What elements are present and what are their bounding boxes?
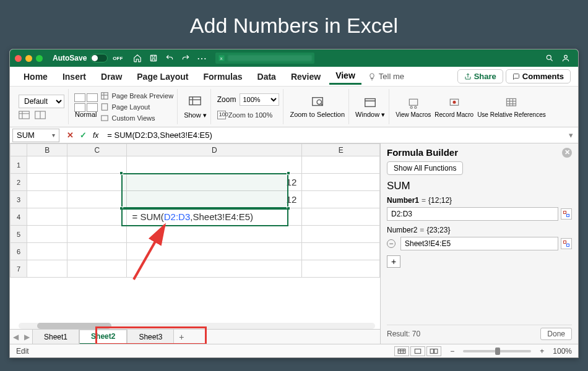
col-header-c[interactable]: C [67,144,127,156]
cell[interactable] [27,208,67,226]
cell[interactable] [67,156,127,174]
undo-icon[interactable] [165,53,175,63]
row-header[interactable]: 6 [11,243,27,260]
record-macro-button[interactable]: Record Macro [435,96,473,118]
save-icon[interactable] [149,53,158,63]
page-break-preview-button[interactable]: Page Break Preview [100,90,173,101]
zoom-percent[interactable]: 100% [553,347,572,356]
range-picker-button[interactable] [561,238,572,249]
tab-home[interactable]: Home [17,69,54,84]
selection-handle-icon[interactable] [119,207,123,210]
zoom-in-button[interactable]: + [540,347,544,356]
close-window-icon[interactable] [15,55,22,62]
cell[interactable] [127,226,302,243]
col-header-d[interactable]: D [127,144,302,156]
minimize-window-icon[interactable] [25,55,32,62]
cell[interactable] [27,156,67,174]
cell[interactable] [127,260,302,278]
redo-icon[interactable] [181,53,191,63]
account-icon[interactable] [561,53,571,63]
selection-handle-icon[interactable] [119,171,123,175]
zoom-select[interactable]: 100% [240,93,279,106]
cell[interactable] [67,174,127,191]
cell[interactable] [302,191,380,208]
split-icon[interactable] [35,111,46,119]
toggle-switch-icon[interactable] [90,54,108,62]
tab-insert[interactable]: Insert [56,69,92,84]
tab-draw[interactable]: Draw [95,69,128,84]
page-layout-view-icon[interactable] [410,346,425,356]
cell-d2[interactable]: 12 [127,174,302,191]
add-sheet-button[interactable]: + [174,332,189,342]
cell[interactable] [27,174,67,191]
tab-view[interactable]: View [329,68,361,85]
cell[interactable] [27,260,67,278]
tab-data[interactable]: Data [251,69,282,84]
expand-formula-bar-icon[interactable]: ▾ [564,130,578,140]
home-icon[interactable] [132,53,142,63]
row-header[interactable]: 5 [11,226,27,243]
arg2-input[interactable] [400,237,558,250]
share-button[interactable]: Share [457,69,503,83]
comments-button[interactable]: Comments [506,69,571,83]
cell[interactable] [67,243,127,260]
col-header-e[interactable]: E [302,144,380,156]
zoom-out-button[interactable]: − [450,347,454,356]
name-box[interactable]: SUM ▾ [12,129,59,142]
close-panel-button[interactable]: ✕ [562,148,572,158]
cell-d4-editing[interactable]: = SUM(D2:D3,Sheet3!E4:E5) [127,208,302,226]
cell[interactable] [27,226,67,243]
row-header[interactable]: 3 [11,191,27,208]
select-all-cell[interactable] [11,144,27,156]
done-button[interactable]: Done [540,328,572,340]
cell[interactable] [67,191,127,208]
cell[interactable] [302,156,380,174]
normal-view-icon[interactable] [394,346,409,356]
sheet-tab-sheet1[interactable]: Sheet1 [32,330,79,344]
show-dropdown[interactable]: Show ▾ [184,95,207,119]
custom-views-button[interactable]: Custom Views [100,113,173,124]
next-sheet-button[interactable]: ▶ [21,333,32,341]
col-header-b[interactable]: B [27,144,67,156]
slider-knob[interactable] [495,348,500,355]
cell[interactable] [67,208,127,226]
cell[interactable] [67,226,127,243]
freeze-panes-icon[interactable] [19,111,30,119]
row-header[interactable]: 1 [11,156,27,174]
tab-page-layout[interactable]: Page Layout [131,69,194,84]
cancel-formula-icon[interactable]: ✕ [67,130,74,140]
formula-input[interactable]: = SUM(D2:D3,Sheet3!E4:E5) [103,130,564,140]
cell[interactable] [27,191,67,208]
remove-arg-button[interactable]: − [387,239,396,248]
cell[interactable] [27,243,67,260]
cell[interactable] [302,174,380,191]
cell[interactable] [127,156,302,174]
tell-me[interactable]: Tell me [368,72,404,81]
tab-formulas[interactable]: Formulas [197,69,249,84]
cell[interactable] [302,243,380,260]
cell[interactable] [302,208,380,226]
selection-handle-icon[interactable] [287,207,290,210]
selection-handle-icon[interactable] [287,171,290,175]
zoom-100-button[interactable]: 100Zoom to 100% [217,109,280,121]
search-icon[interactable] [545,53,555,63]
cell[interactable] [302,226,380,243]
page-break-view-icon[interactable] [426,346,441,356]
style-select[interactable]: Default [19,95,64,108]
zoom-to-selection-button[interactable]: Zoom to Selection [290,95,345,118]
cell[interactable] [127,243,302,260]
cell-d3[interactable]: 12 [127,191,302,208]
tab-review[interactable]: Review [285,69,327,84]
scrollbar-thumb[interactable] [37,323,111,329]
chevron-down-icon[interactable]: ▾ [52,132,55,139]
normal-view-button[interactable]: Normal [75,95,97,118]
prev-sheet-button[interactable]: ◀ [10,333,21,341]
document-name[interactable]: X [215,53,314,64]
row-header[interactable]: 4 [11,208,27,226]
fx-icon[interactable]: fx [93,131,98,140]
autosave-toggle[interactable]: AutoSave OFF [53,54,123,62]
arg1-input[interactable] [387,207,558,221]
spreadsheet-grid[interactable]: B C D E 1 212 312 4= SUM(D2:D3,Sheet3!E4… [10,143,380,344]
confirm-formula-icon[interactable]: ✓ [80,130,87,140]
page-layout-button[interactable]: Page Layout [100,101,173,113]
